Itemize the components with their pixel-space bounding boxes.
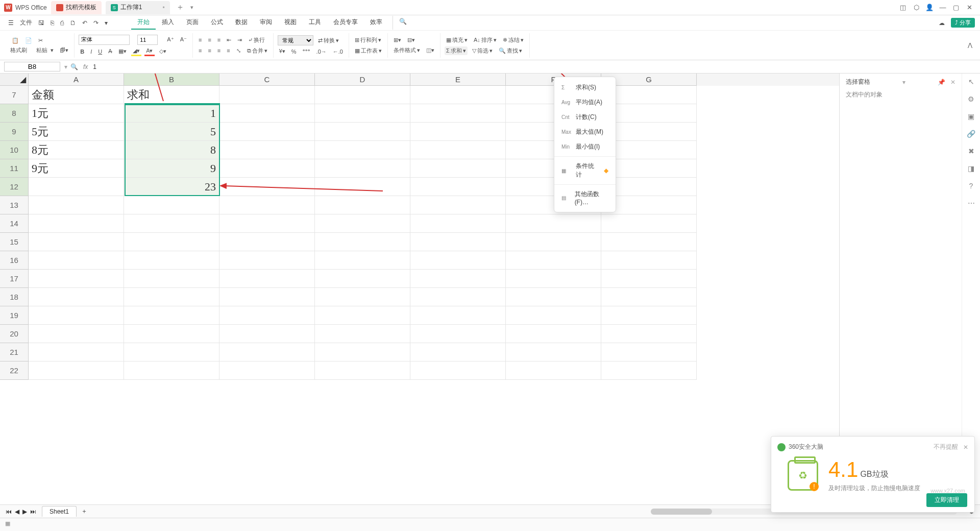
cell[interactable]: [315, 104, 410, 123]
row-header[interactable]: 19: [0, 306, 29, 325]
help-icon[interactable]: ?: [969, 182, 973, 190]
cell[interactable]: [506, 214, 601, 233]
tab-tools[interactable]: 工具: [303, 16, 327, 30]
cell[interactable]: [315, 159, 410, 178]
bold-icon[interactable]: B: [79, 48, 86, 55]
cell[interactable]: [219, 251, 315, 270]
cell[interactable]: [124, 325, 219, 343]
cell[interactable]: [601, 306, 697, 325]
cell[interactable]: [410, 196, 506, 214]
fill-color-icon[interactable]: ◢▾: [131, 47, 141, 56]
cell[interactable]: [124, 251, 219, 270]
cell[interactable]: [506, 251, 601, 270]
close-pane-icon[interactable]: ✕: [950, 79, 955, 86]
cell[interactable]: [219, 104, 315, 123]
align-justify-icon[interactable]: ≡: [225, 47, 231, 54]
dd-sum[interactable]: Σ求和(S): [554, 80, 616, 95]
cell[interactable]: [219, 214, 315, 233]
prev-sheet-icon[interactable]: ◀: [13, 508, 21, 516]
cell[interactable]: [29, 233, 124, 251]
cell[interactable]: [315, 361, 410, 380]
sheet-tab[interactable]: Sheet1: [42, 506, 77, 517]
filter-button[interactable]: ▽筛选▾: [471, 46, 494, 55]
cell[interactable]: [315, 86, 410, 104]
collapse-ribbon-icon[interactable]: ⋀: [966, 41, 974, 49]
cell[interactable]: [315, 288, 410, 306]
cell[interactable]: [124, 343, 219, 361]
cell[interactable]: [124, 306, 219, 325]
cell[interactable]: [410, 251, 506, 270]
cell[interactable]: [410, 159, 506, 178]
cell[interactable]: [219, 306, 315, 325]
dec-dec-icon[interactable]: ←.0: [331, 48, 345, 55]
last-sheet-icon[interactable]: ⏭: [29, 508, 38, 516]
tab-review[interactable]: 审阅: [254, 16, 278, 30]
cell[interactable]: [315, 325, 410, 343]
clear-format-icon[interactable]: ◇▾: [158, 47, 168, 55]
indent-dec-icon[interactable]: ⇤: [225, 36, 233, 44]
row-header[interactable]: 11: [0, 159, 29, 178]
minimize-button[interactable]: —: [936, 4, 949, 11]
cell[interactable]: [124, 270, 219, 288]
cell[interactable]: [410, 233, 506, 251]
cell[interactable]: 9元: [29, 159, 124, 178]
align-center-icon[interactable]: ≡: [206, 47, 212, 54]
cell[interactable]: [219, 288, 315, 306]
cell[interactable]: [124, 288, 219, 306]
dd-min[interactable]: Min最小值(I): [554, 139, 616, 154]
col-header[interactable]: C: [219, 74, 315, 86]
panel-icon[interactable]: ◨: [968, 164, 974, 173]
font-color-icon[interactable]: A▾: [144, 47, 154, 56]
cell[interactable]: [506, 306, 601, 325]
cell[interactable]: [410, 325, 506, 343]
cell[interactable]: [29, 288, 124, 306]
cloud-icon[interactable]: ☁: [936, 19, 948, 27]
cell[interactable]: [219, 343, 315, 361]
select-all-corner[interactable]: ◢: [0, 74, 29, 86]
cell[interactable]: [506, 288, 601, 306]
cell[interactable]: [29, 178, 124, 196]
cell[interactable]: [601, 325, 697, 343]
sort-button[interactable]: A↓排序▾: [472, 36, 498, 44]
cell[interactable]: 8: [124, 141, 219, 159]
cell[interactable]: [601, 251, 697, 270]
cell[interactable]: [410, 123, 506, 141]
cell[interactable]: [410, 270, 506, 288]
row-header[interactable]: 9: [0, 123, 29, 141]
italic-icon[interactable]: I: [89, 48, 93, 55]
cond-format-button[interactable]: 条件格式▾: [392, 46, 422, 55]
share-button[interactable]: ⤴ 分享: [951, 18, 975, 28]
file-menu[interactable]: 文件: [17, 18, 35, 27]
cell[interactable]: [601, 361, 697, 380]
font-select[interactable]: [79, 35, 130, 45]
cell[interactable]: [410, 214, 506, 233]
cell[interactable]: [315, 141, 410, 159]
cell[interactable]: [219, 233, 315, 251]
row-header[interactable]: 7: [0, 86, 29, 104]
cell[interactable]: 1元: [29, 104, 124, 123]
more-rail-icon[interactable]: ⋯: [968, 199, 975, 207]
cell[interactable]: [601, 343, 697, 361]
cell[interactable]: [219, 361, 315, 380]
format-icon[interactable]: ◫▾: [425, 46, 436, 54]
underline-icon[interactable]: U: [96, 48, 104, 55]
row-header[interactable]: 16: [0, 251, 29, 270]
cell[interactable]: 1: [124, 104, 219, 123]
currency-icon[interactable]: ¥▾: [278, 47, 287, 55]
fx-label[interactable]: fx: [83, 63, 88, 70]
save-icon[interactable]: 🖫: [35, 19, 47, 27]
cell[interactable]: [506, 233, 601, 251]
popup-dismiss[interactable]: 不再提醒: [934, 443, 958, 451]
cell[interactable]: [410, 141, 506, 159]
cell[interactable]: [410, 86, 506, 104]
cell[interactable]: [410, 306, 506, 325]
row-header[interactable]: 13: [0, 196, 29, 214]
cell[interactable]: [124, 361, 219, 380]
cell[interactable]: [315, 214, 410, 233]
wrap-button[interactable]: ⤶换行: [247, 36, 266, 44]
cube-icon[interactable]: ⬡: [910, 4, 923, 11]
menu-icon[interactable]: ☰: [5, 19, 17, 27]
tab-data[interactable]: 数据: [229, 16, 254, 30]
tab-efficiency[interactable]: 效率: [364, 16, 388, 30]
cell[interactable]: [29, 325, 124, 343]
